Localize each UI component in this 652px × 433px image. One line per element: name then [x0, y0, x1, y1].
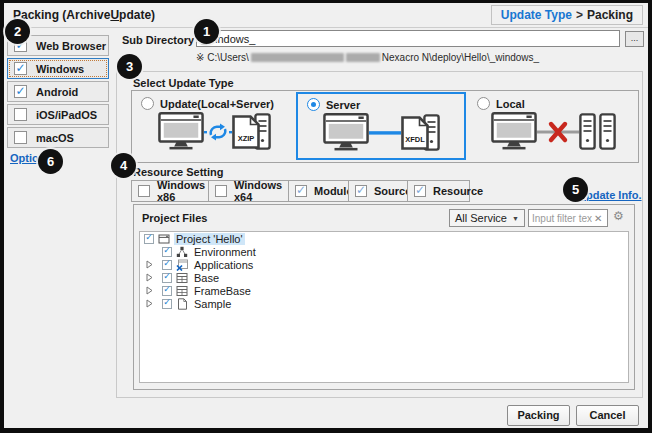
breadcrumb-update-type-link[interactable]: Update Type: [501, 8, 572, 22]
resource-cell-windows-x86[interactable]: Windows x86: [131, 180, 209, 202]
tree-row-label: Project 'Hello': [174, 233, 245, 245]
update-local-server-radio[interactable]: [141, 97, 154, 110]
sidebar-item-macos[interactable]: macOS: [7, 127, 109, 148]
radio-label: Update(Local+Server): [160, 98, 274, 110]
packing-dialog: Packing (ArchiveUpdate) Update Type>Pack…: [4, 3, 648, 428]
tree-row-environment[interactable]: Environment: [140, 245, 628, 258]
tree-row-label: Applications: [192, 259, 255, 271]
project-files-panel: Project Files All Service ▼ ✕ ⚙ Pr: [133, 204, 635, 390]
tree-row-applications[interactable]: Applications: [140, 258, 628, 271]
server-icon: [599, 113, 616, 150]
resource-cell-source[interactable]: Source: [348, 180, 408, 202]
tree-row-base[interactable]: Base: [140, 271, 628, 284]
clear-filter-icon[interactable]: ✕: [594, 213, 602, 224]
project-files-title: Project Files: [142, 212, 207, 224]
file-format-label: XFDL: [405, 135, 425, 144]
radio-label: Local: [496, 98, 525, 110]
service-filter-value: All Service: [455, 212, 507, 224]
annotation-badge-3: 3: [117, 54, 142, 79]
environment-icon: [176, 246, 188, 258]
deploy-path: ※ C:\Users\ Nexacro N\deploy\Hello\_wind…: [196, 52, 539, 63]
project-files-tree[interactable]: Project 'Hello' Environment: [139, 231, 629, 383]
local-option-illustration: [468, 111, 638, 152]
applications-icon: [176, 259, 188, 271]
update-type-option-local[interactable]: Local: [468, 91, 638, 162]
breadcrumb-separator: >: [576, 8, 583, 22]
module-checkbox[interactable]: [295, 185, 307, 197]
windows-checkbox[interactable]: [14, 62, 27, 75]
expand-arrow-icon[interactable]: [146, 286, 156, 295]
resource-cell-label: Source: [374, 185, 411, 197]
disconnected-x-icon: [537, 120, 579, 144]
environment-checkbox[interactable]: [162, 247, 172, 257]
service-filter-dropdown[interactable]: All Service ▼: [449, 209, 525, 227]
monitor-icon: [158, 111, 204, 152]
tree-row-project[interactable]: Project 'Hello': [140, 232, 628, 245]
windows-x86-checkbox[interactable]: [138, 185, 150, 197]
expand-arrow-icon[interactable]: [146, 260, 156, 269]
sidebar-item-ios-ipados[interactable]: iOS/iPadOS: [7, 104, 109, 125]
resource-cell-module[interactable]: Module: [288, 180, 349, 202]
expand-arrow-icon[interactable]: [146, 273, 156, 282]
sidebar-item-windows[interactable]: Windows: [7, 58, 109, 79]
sidebar-item-android[interactable]: Android: [7, 81, 109, 102]
sync-arrows-icon: [204, 121, 232, 143]
redacted-text: [251, 53, 344, 62]
packing-button[interactable]: Packing: [507, 405, 570, 426]
applications-checkbox[interactable]: [162, 260, 172, 270]
gear-icon[interactable]: ⚙: [613, 209, 624, 223]
base-checkbox[interactable]: [162, 273, 172, 283]
update-type-option-server[interactable]: Server: [296, 92, 466, 160]
title-bar: Packing (ArchiveUpdate) Update Type>Pack…: [4, 3, 648, 28]
deploy-path-suffix: Nexacro N\deploy\Hello\_windows_: [382, 52, 539, 63]
local-radio[interactable]: [477, 97, 490, 110]
resource-cell-label: Resource: [433, 185, 483, 197]
resource-setting-label: Resource Setting: [133, 166, 223, 178]
breadcrumb: Update Type>Packing: [491, 5, 643, 25]
annotation-badge-1: 1: [194, 19, 219, 44]
resource-cell-label: Windows x64: [234, 179, 288, 203]
expand-arrow-icon[interactable]: [146, 299, 156, 308]
cancel-button[interactable]: Cancel: [576, 405, 639, 426]
tree-row-sample[interactable]: Sample: [140, 297, 628, 310]
project-checkbox[interactable]: [144, 234, 154, 244]
title-text-prefix: Packing (Archive: [13, 8, 110, 22]
file-format-label: XZIP: [237, 134, 254, 143]
tree-row-label: Sample: [192, 298, 233, 310]
sample-checkbox[interactable]: [162, 299, 172, 309]
ios-ipados-checkbox[interactable]: [14, 108, 27, 121]
update-type-group: Update(Local+Server): [131, 90, 639, 163]
monitor-icon: [491, 111, 537, 152]
tree-row-label: FrameBase: [192, 285, 253, 297]
android-checkbox[interactable]: [14, 85, 27, 98]
source-checkbox[interactable]: [355, 185, 367, 197]
server-radio[interactable]: [307, 98, 320, 111]
sidebar-item-label: Windows: [36, 63, 84, 75]
update-option-illustration: XZIP: [132, 111, 296, 152]
resource-checkbox[interactable]: [414, 185, 426, 197]
document-icon: [176, 298, 188, 310]
macos-checkbox[interactable]: [14, 131, 27, 144]
framebase-checkbox[interactable]: [162, 286, 172, 296]
resource-setting-row: Windows x86 Windows x64 Module Source Re…: [131, 180, 470, 202]
browse-button[interactable]: ...: [625, 31, 644, 47]
sub-directory-input[interactable]: [196, 30, 620, 47]
grid-icon: [176, 285, 188, 297]
update-type-option-update[interactable]: Update(Local+Server): [132, 91, 296, 162]
annotation-badge-2: 2: [5, 19, 30, 44]
windows-x64-checkbox[interactable]: [215, 185, 227, 197]
sub-directory-label: Sub Directory: [122, 34, 194, 46]
radio-label: Server: [326, 99, 360, 111]
tree-row-label: Environment: [192, 246, 258, 258]
xfdl-file-icon: XFDL: [401, 116, 429, 150]
resource-cell-resource[interactable]: Resource: [407, 180, 470, 202]
monitor-icon: [323, 112, 369, 153]
packing-dialog-screenshot: Packing (ArchiveUpdate) Update Type>Pack…: [0, 0, 652, 433]
resource-cell-windows-x64[interactable]: Windows x64: [208, 180, 289, 202]
select-update-type-label: Select Update Type: [133, 77, 234, 89]
tree-row-framebase[interactable]: FrameBase: [140, 284, 628, 297]
annotation-badge-5: 5: [563, 177, 588, 202]
filter-text-input[interactable]: [532, 213, 592, 224]
project-icon: [158, 233, 170, 245]
server-icon: [579, 113, 596, 150]
